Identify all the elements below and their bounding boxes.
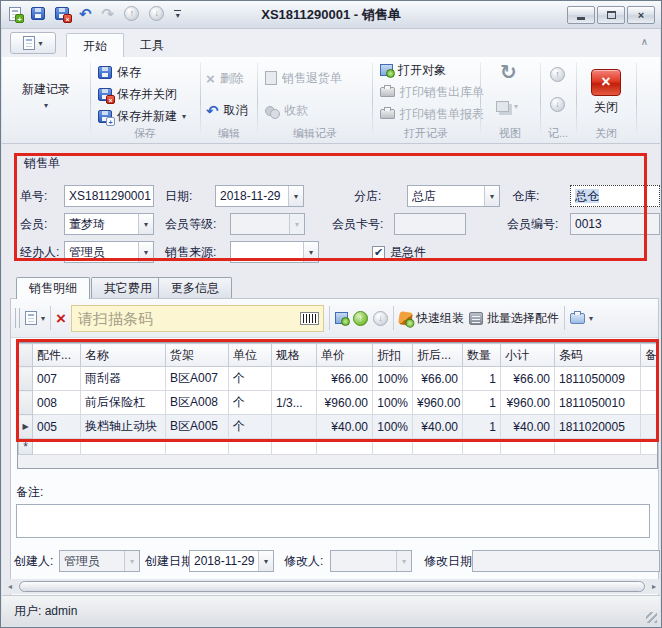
close-button[interactable]: ×: [627, 6, 655, 24]
group-label-save: 保存: [92, 126, 198, 141]
resize-grip-icon[interactable]: [646, 612, 657, 623]
chevron-down-icon[interactable]: ▾: [138, 242, 153, 262]
row-selector[interactable]: [19, 367, 33, 391]
col-unit[interactable]: 单位: [229, 344, 272, 367]
sales-source-combo[interactable]: ▾: [230, 241, 319, 263]
col-barcode[interactable]: 条码: [555, 344, 641, 367]
batch-select-button[interactable]: 批量选择配件: [469, 310, 559, 327]
remark-label: 备注:: [16, 481, 43, 503]
tab-more-info[interactable]: 更多信息: [158, 277, 232, 298]
ribbon-group-edit: × 删除 ↶ 取消 编辑: [202, 57, 256, 143]
collapse-ribbon-icon[interactable]: ∧: [641, 36, 648, 47]
sales-source-label: 销售来源:: [165, 241, 216, 263]
group-label-edit-record: 编辑记录: [259, 126, 371, 141]
urgent-checkbox[interactable]: ✔: [372, 246, 385, 259]
barcode-field: [71, 305, 324, 332]
member-combo[interactable]: 董梦琦▾: [64, 213, 154, 235]
statusbar: 用户: admin: [2, 595, 660, 626]
app-menu-button[interactable]: ▾: [10, 32, 56, 54]
create-date-combo[interactable]: 2018-11-29▾: [189, 550, 274, 572]
chevron-down-icon[interactable]: ▾: [138, 214, 153, 234]
ribbon-group-save: 保存 × 保存并关闭 + 保存并新建 ▾ 保存: [92, 57, 198, 143]
table-row: 007 雨刮器 B区A007 个 ¥66.00 100% ¥66.00 1 ¥6…: [19, 367, 659, 391]
col-discount[interactable]: 折扣: [373, 344, 413, 367]
maximize-button[interactable]: [597, 6, 625, 24]
col-price[interactable]: 单价: [317, 344, 373, 367]
urgent-checkbox-row: ✔ 是急件: [372, 244, 426, 261]
save-button[interactable]: 保存: [98, 63, 141, 81]
col-spec[interactable]: 规格: [272, 344, 317, 367]
scroll-right-icon[interactable]: ▸: [648, 582, 660, 591]
current-row-icon[interactable]: ▶: [19, 415, 33, 439]
scroll-left-icon[interactable]: ◂: [4, 582, 16, 591]
quick-assemble-button[interactable]: 快速组装: [399, 310, 464, 327]
minimize-button[interactable]: [567, 6, 595, 24]
col-remark[interactable]: 备: [641, 344, 659, 367]
member-card-input: [394, 213, 466, 235]
chevron-down-icon[interactable]: ▾: [484, 186, 499, 206]
print-report-button: 打印销售单报表: [380, 105, 484, 123]
printer-icon: [380, 109, 395, 119]
maximize-icon: [607, 11, 616, 19]
toolbar-grip[interactable]: [15, 308, 20, 328]
operator-combo[interactable]: 管理员▾: [64, 241, 154, 263]
tab-other-fees[interactable]: 其它费用: [91, 277, 165, 298]
chevron-down-icon[interactable]: ▾: [288, 186, 303, 206]
refresh-button[interactable]: ↻: [500, 63, 517, 81]
chevron-down-icon: ▾: [396, 551, 411, 571]
table-row: 008 前后保险杠 B区A008 个 1/3... ¥960.00 100% ¥…: [19, 391, 659, 415]
titlebar: + × ↶ ↷ ↑ ↓ ▾ XS1811290001 - 销售单 ×: [1, 1, 661, 29]
new-record-button[interactable]: 新建记录 ▾: [8, 63, 84, 127]
open-object-icon: [380, 64, 393, 76]
chevron-down-icon: ▾: [182, 112, 186, 121]
chevron-down-icon: ▾: [38, 39, 42, 48]
ribbon-tab-start[interactable]: 开始: [66, 33, 124, 57]
chevron-down-icon: ▾: [589, 314, 593, 323]
print-outbound-button: 打印销售出库单: [380, 83, 484, 101]
open-object-button[interactable]: 打开对象: [380, 61, 446, 79]
record-down-button: ↓: [550, 95, 565, 113]
modify-date-input: [472, 550, 660, 572]
ribbon-tab-tools[interactable]: 工具: [124, 33, 180, 57]
chevron-down-icon[interactable]: ▾: [258, 551, 273, 571]
new-row-button[interactable]: ▾: [25, 311, 45, 325]
modify-date-label: 修改日期:: [424, 550, 475, 572]
ribbon-group-edit-record: 销售退货单 收款 编辑记录: [259, 57, 371, 143]
horizontal-scrollbar[interactable]: ◂ ▸: [4, 579, 660, 594]
row-selector[interactable]: [19, 391, 33, 415]
refresh-icon: ↻: [500, 62, 517, 82]
branch-combo[interactable]: 总店▾: [407, 185, 500, 207]
col-part-no[interactable]: 配件...: [33, 344, 81, 367]
delete-button: × 删除: [206, 69, 244, 87]
print-export-button[interactable]: ▾: [570, 313, 593, 324]
creator-label: 创建人:: [14, 550, 53, 572]
barcode-input[interactable]: [76, 309, 300, 328]
chevron-down-icon: ▾: [124, 551, 139, 571]
move-up-icon[interactable]: ↑: [353, 311, 368, 326]
remark-textarea[interactable]: [16, 504, 650, 538]
save-new-icon: +: [98, 110, 112, 123]
col-subtotal[interactable]: 小计: [501, 344, 555, 367]
member-no-input: 0013: [570, 213, 660, 235]
close-form-button[interactable]: × 关闭: [582, 61, 630, 123]
cancel-button[interactable]: ↶ 取消: [206, 101, 248, 119]
new-row-icon[interactable]: *: [19, 439, 33, 455]
save-and-close-button[interactable]: × 保存并关闭: [98, 85, 177, 103]
ribbon-group-close: × 关闭 关闭: [578, 57, 634, 143]
chevron-down-icon[interactable]: ▾: [303, 242, 318, 262]
tab-sales-detail[interactable]: 销售明细: [16, 277, 90, 299]
scrollbar-thumb[interactable]: [19, 581, 645, 592]
order-no-input[interactable]: XS1811290001: [64, 185, 154, 207]
batch-select-icon: [469, 312, 483, 325]
delete-row-icon[interactable]: ×: [56, 311, 66, 326]
date-combo[interactable]: 2018-11-29▾: [215, 185, 304, 207]
table-new-row: *: [19, 439, 659, 455]
warehouse-input[interactable]: 总仓: [570, 185, 660, 207]
col-discounted[interactable]: 折后...: [413, 344, 463, 367]
col-qty[interactable]: 数量: [463, 344, 501, 367]
chevron-down-icon: ▾: [289, 214, 304, 234]
col-shelf[interactable]: 货架: [166, 344, 229, 367]
col-name[interactable]: 名称: [81, 344, 166, 367]
open-object-icon[interactable]: [335, 312, 348, 324]
save-and-new-button[interactable]: + 保存并新建 ▾: [98, 107, 186, 125]
